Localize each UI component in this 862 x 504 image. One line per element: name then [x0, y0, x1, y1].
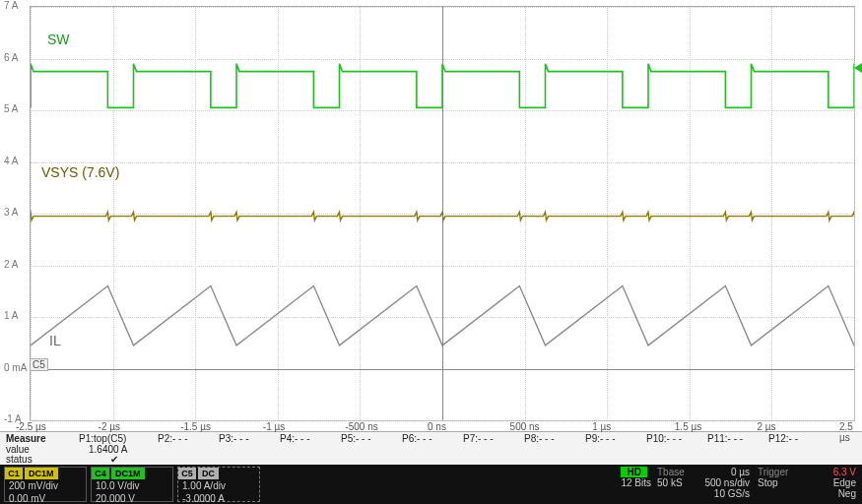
measure-empty: P4:- - -	[280, 433, 310, 444]
y-axis-label: 5 A	[4, 103, 18, 114]
channel-offset: 20.000 V	[92, 492, 172, 504]
channel-ground-marker: C5	[30, 358, 48, 371]
x-axis-label: 2 µs	[757, 421, 775, 432]
x-axis-label: -1.5 µs	[180, 421, 211, 432]
measure-empty: P9:- - -	[585, 433, 616, 444]
x-axis-label: -2.5 µs	[16, 421, 46, 432]
trace-vsys	[31, 212, 854, 220]
measure-empty: P11:- - -	[707, 433, 743, 444]
channel-box-c1[interactable]: C1DC1M200 mV/div0.00 mV	[4, 467, 87, 502]
x-axis-label: 2.5 µs	[839, 421, 862, 443]
trigger-mode: Stop	[758, 477, 778, 488]
trace-label-vsys: VSYS (7.6V)	[41, 164, 119, 180]
channel-box-c4[interactable]: C4DC1M10.0 V/div20.000 V	[91, 467, 173, 502]
channel-scale: 10.0 V/div	[92, 479, 172, 492]
trigger-title: Trigger	[758, 467, 788, 477]
oscilloscope-plot[interactable]	[30, 6, 855, 421]
measure-empty: P2:- - -	[158, 433, 188, 444]
trigger-box[interactable]: Trigger 6.3 V Stop Edge Neg	[758, 467, 856, 499]
measure-empty: P5:- - -	[341, 433, 371, 444]
y-axis-label: 0 mA	[4, 362, 27, 373]
x-axis-label: 500 ns	[510, 421, 540, 432]
channel-coupling: DC	[198, 468, 219, 479]
trace-label-il: IL	[49, 333, 61, 348]
trace-label-sw: SW	[47, 32, 70, 47]
channel-box-c5[interactable]: C5DC1.00 A/div-3.0000 A	[177, 467, 260, 502]
measure-empty: P12:- -	[768, 433, 798, 444]
trigger-level-arrow-icon	[854, 63, 862, 73]
x-axis-label: -2 µs	[99, 421, 120, 432]
measure-row-status-label: status	[6, 454, 33, 465]
measure-p1-value: 1.6400 A	[89, 444, 127, 455]
measure-empty: P3:- - -	[219, 433, 249, 444]
y-axis-label: 2 A	[4, 259, 18, 270]
channel-tag: C1	[5, 468, 23, 479]
measure-empty: P6:- - -	[402, 433, 432, 444]
channel-coupling: DC1M	[111, 468, 145, 479]
measure-header: Measure	[6, 433, 46, 444]
channel-scale: 1.00 A/div	[178, 479, 259, 492]
measure-bar: Measure value status P1:top(C5) 1.6400 A…	[0, 431, 862, 466]
channel-tag: C4	[92, 468, 109, 479]
measure-empty: P7:- - -	[463, 433, 494, 444]
x-axis-label: 1.5 µs	[675, 421, 701, 432]
timebase-box[interactable]: Tbase 0 µs 50 kS 500 ns/div 10 GS/s	[657, 467, 750, 499]
x-axis-label: 0 ns	[428, 421, 446, 432]
timebase-title: Tbase	[657, 467, 685, 477]
status-bar: HD 12 Bits Tbase 0 µs 50 kS 500 ns/div 1…	[0, 465, 862, 504]
x-axis-label: -500 ns	[345, 421, 377, 432]
y-axis-label: 7 A	[4, 0, 18, 11]
y-axis-label: 1 A	[4, 310, 18, 321]
timebase-position: 0 µs	[731, 467, 750, 477]
trace-sw	[31, 64, 854, 108]
measure-empty: P10:- - -	[646, 433, 682, 444]
hd-badge: HD	[621, 467, 646, 477]
trace-canvas	[31, 7, 854, 420]
channel-offset: 0.00 mV	[5, 492, 86, 504]
trigger-level: 6.3 V	[833, 467, 856, 477]
trigger-type: Edge	[833, 477, 856, 488]
measure-empty: P8:- - -	[524, 433, 555, 444]
timebase-rate: 10 GS/s	[714, 488, 750, 499]
y-axis-label: 4 A	[4, 156, 18, 166]
x-axis-label: 1 µs	[592, 421, 611, 432]
channel-scale: 200 mV/div	[5, 479, 86, 492]
measure-p1-status-check-icon: ✔	[110, 454, 118, 465]
trace-il	[31, 286, 854, 346]
hd-bits: 12 Bits	[621, 477, 651, 488]
x-axis-label: -1 µs	[263, 421, 285, 432]
channel-coupling: DC1M	[25, 468, 58, 479]
channel-tag: C5	[178, 468, 196, 479]
y-axis-label: 6 A	[4, 52, 18, 63]
timebase-record: 50 kS	[657, 477, 683, 488]
y-axis-label: 3 A	[4, 207, 18, 218]
measure-p1-name: P1:top(C5)	[79, 433, 126, 444]
channel-offset: -3.0000 A	[178, 492, 259, 504]
timebase-div: 500 ns/div	[704, 477, 750, 488]
trigger-slope: Neg	[838, 488, 856, 499]
